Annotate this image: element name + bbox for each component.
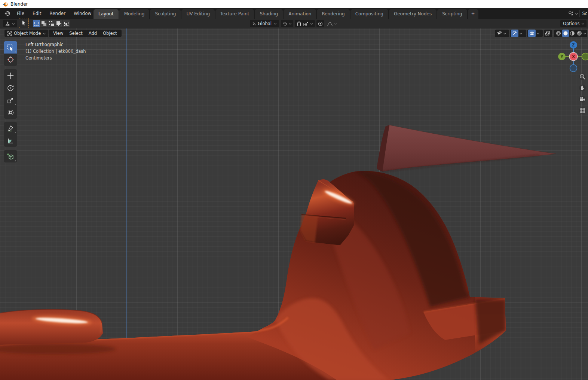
- tab-uv-editing[interactable]: UV Editing: [181, 9, 215, 19]
- shading-rendered-button[interactable]: [576, 30, 583, 37]
- gizmo-z-label: Z: [572, 43, 575, 47]
- gizmo-axis-y-neg-handle[interactable]: [582, 53, 588, 60]
- scene-canvas: [0, 28, 588, 380]
- tab-texture-paint[interactable]: Texture Paint: [215, 9, 254, 19]
- toggle-xray-button[interactable]: [544, 30, 552, 37]
- chevron-down-icon: [12, 22, 15, 25]
- dash-flap-mesh[interactable]: [377, 125, 556, 171]
- tab-sculpting[interactable]: Sculpting: [150, 9, 181, 19]
- shading-solid-button[interactable]: [562, 30, 569, 37]
- snap-increment-icon[interactable]: [303, 21, 309, 26]
- tool-scale[interactable]: [4, 94, 17, 106]
- menu-window[interactable]: Window: [70, 11, 95, 16]
- gizmo-x-label: X: [572, 55, 575, 59]
- select-mode-extend[interactable]: [40, 20, 48, 27]
- shading-material-button[interactable]: [569, 30, 576, 37]
- tool-select-box[interactable]: [4, 41, 17, 54]
- units-label: Centimeters: [25, 55, 86, 61]
- menu-file[interactable]: File: [13, 11, 28, 16]
- viewport-info-text: Left Orthographic (1) Collection | etk80…: [25, 41, 86, 61]
- rendered-shading-icon: [577, 31, 582, 36]
- tool-transform[interactable]: [4, 106, 17, 119]
- transform-orientation-dropdown[interactable]: Global: [250, 20, 279, 27]
- tab-shading[interactable]: Shading: [255, 9, 283, 19]
- navigation-gizmo[interactable]: Z Y X: [557, 40, 588, 72]
- show-overlays-toggle[interactable]: [528, 30, 536, 37]
- viewport-menus: View Select Add Object: [49, 30, 122, 37]
- perspective-toggle-icon[interactable]: [578, 106, 587, 115]
- blender-logo-icon: [2, 1, 8, 7]
- transform-icon: [7, 109, 14, 116]
- menu-bar: File Edit Render Window Help Layout Mode…: [0, 8, 588, 19]
- steering-column-mesh[interactable]: [300, 179, 356, 245]
- pan-hand-icon[interactable]: [578, 84, 587, 92]
- title-bar: Blender: [0, 0, 588, 8]
- proportional-editing-toggle[interactable]: [316, 20, 324, 27]
- chevron-down-icon[interactable]: [583, 32, 586, 35]
- viewport-menu-object[interactable]: Object: [100, 31, 120, 36]
- viewport-nav-buttons: [578, 73, 587, 115]
- chevron-down-icon: [288, 22, 291, 25]
- tool-measure[interactable]: [4, 134, 17, 147]
- workspace-tabs: Layout Modeling Sculpting UV Editing Tex…: [94, 9, 478, 19]
- add-workspace-button[interactable]: +: [468, 9, 478, 19]
- select-mode-intersect[interactable]: [63, 20, 70, 27]
- scene-selector[interactable]: Sc: [566, 10, 588, 17]
- window-title: Blender: [10, 1, 28, 7]
- tool-cursor[interactable]: [4, 54, 17, 66]
- show-gizmo-toggle[interactable]: [511, 30, 518, 37]
- cursor-3d-icon: [7, 56, 14, 63]
- viewport-3d[interactable]: Object Mode View Select Add Object: [0, 28, 588, 380]
- orientation-axes-icon: [252, 21, 256, 26]
- chevron-down-icon[interactable]: [536, 32, 539, 35]
- viewport-menu-view[interactable]: View: [50, 31, 66, 36]
- select-mode-invert[interactable]: [55, 20, 62, 27]
- tool-add-cube[interactable]: [4, 150, 17, 162]
- tab-modeling[interactable]: Modeling: [119, 9, 150, 19]
- active-tool-button[interactable]: [19, 18, 29, 28]
- pivot-point-dropdown[interactable]: [281, 20, 293, 27]
- dash-body-mesh[interactable]: [0, 168, 588, 380]
- camera-view-icon[interactable]: [578, 95, 587, 103]
- dash-hood-mesh[interactable]: [0, 309, 103, 345]
- editor-type-selector[interactable]: [3, 20, 17, 27]
- select-mode-set[interactable]: [33, 20, 40, 27]
- gizmo-axis-z-neg-handle[interactable]: [570, 65, 577, 72]
- tab-compositing[interactable]: Compositing: [350, 9, 388, 19]
- select-box-icon: [7, 44, 14, 51]
- shading-wireframe-button[interactable]: [555, 30, 562, 37]
- falloff-curve-icon: [327, 21, 333, 26]
- blender-logo-menu-icon[interactable]: [4, 10, 10, 16]
- snap-controls: [295, 20, 315, 27]
- proportional-falloff-dropdown[interactable]: [325, 20, 340, 27]
- viewport-menu-add[interactable]: Add: [86, 31, 100, 36]
- solid-shading-icon: [563, 31, 568, 36]
- object-mode-icon: [7, 31, 12, 36]
- mode-selector[interactable]: Object Mode: [4, 30, 48, 37]
- select-mode-subtract[interactable]: [48, 20, 55, 27]
- chevron-down-icon: [503, 32, 506, 35]
- object-visibility-dropdown[interactable]: [495, 30, 509, 37]
- tool-move[interactable]: [4, 69, 17, 82]
- magnet-icon[interactable]: [297, 21, 301, 26]
- tab-layout[interactable]: Layout: [94, 9, 119, 19]
- material-shading-icon: [570, 31, 575, 36]
- chevron-down-icon: [581, 22, 584, 25]
- chevron-down-icon[interactable]: [310, 22, 313, 25]
- tab-animation[interactable]: Animation: [284, 9, 316, 19]
- tab-scripting[interactable]: Scripting: [437, 9, 467, 19]
- tool-rotate[interactable]: [4, 82, 17, 94]
- zoom-icon[interactable]: [578, 73, 587, 81]
- select-extend-icon: [42, 21, 46, 26]
- tab-geometry-nodes[interactable]: Geometry Nodes: [389, 9, 437, 19]
- proportional-edit-icon: [318, 21, 323, 26]
- tab-rendering[interactable]: Rendering: [317, 9, 349, 19]
- tool-annotate[interactable]: [4, 122, 17, 134]
- viewport-menu-select[interactable]: Select: [66, 31, 85, 36]
- chevron-down-icon[interactable]: [519, 32, 522, 35]
- menu-edit[interactable]: Edit: [28, 11, 45, 16]
- shading-mode-group: [554, 30, 587, 37]
- select-subtract-icon: [49, 21, 54, 26]
- menu-render[interactable]: Render: [45, 11, 70, 16]
- options-dropdown[interactable]: Options: [560, 20, 587, 27]
